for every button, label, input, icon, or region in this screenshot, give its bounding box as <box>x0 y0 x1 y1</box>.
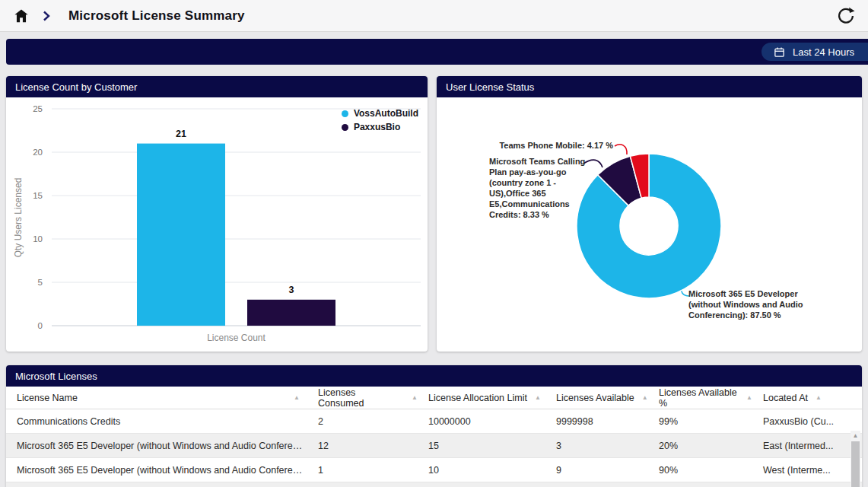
panel-title: License Count by Customer <box>15 81 137 93</box>
donut-label-teams-phone-mobile: Teams Phone Mobile: 4.17 % <box>499 140 613 151</box>
bar-PaxxusBio[interactable] <box>247 300 335 326</box>
panel-title-bar: User License Status <box>437 76 862 97</box>
legend-label: PaxxusBio <box>354 122 400 132</box>
sort-ascending-icon[interactable]: ▲ <box>535 395 541 401</box>
panel-title-bar: Microsoft Licenses <box>6 365 862 387</box>
table-cell: Microsoft 365 E5 Developer (without Wind… <box>6 441 307 451</box>
legend-dot-icon <box>342 110 348 117</box>
sort-ascending-icon[interactable]: ▲ <box>816 395 822 401</box>
y-tick-label: 5 <box>38 278 43 287</box>
column-header-label: Licenses Consumed <box>318 387 404 409</box>
bar-value-label: 21 <box>176 129 186 139</box>
column-header-license-allocation-limit[interactable]: License Allocation Limit▲ <box>418 393 545 403</box>
column-header-label: License Name <box>17 393 78 403</box>
chart-legend: VossAutoBuildPaxxusBio <box>342 108 418 132</box>
breadcrumb-chevron-icon <box>41 11 52 21</box>
sort-ascending-icon[interactable]: ▲ <box>642 395 648 401</box>
column-header-label: License Allocation Limit <box>428 393 527 403</box>
licenses-table: License Name▲Licenses Consumed▲License A… <box>6 387 862 487</box>
panel-user-license-status: User License Status Teams Phone Mobile: … <box>437 76 862 352</box>
table-cell: 1 <box>307 465 418 476</box>
connector-teams-phone-mobile <box>615 145 627 154</box>
y-axis-label: Qty Users Licensed <box>13 178 24 258</box>
table-cell: 10000000 <box>418 416 545 427</box>
sort-ascending-icon[interactable]: ▲ <box>746 395 752 401</box>
table-cell: West (Interme... <box>752 465 862 476</box>
home-icon[interactable] <box>12 7 30 25</box>
time-range-button[interactable]: Last 24 Hours <box>761 43 868 61</box>
time-range-label: Last 24 Hours <box>793 46 854 58</box>
table-row-partial[interactable] <box>6 482 862 487</box>
table-cell: 3 <box>545 441 648 451</box>
column-header-licenses-available[interactable]: Licenses Available▲ <box>545 393 648 403</box>
filter-ribbon: Last 24 Hours <box>6 39 868 65</box>
table-cell: 10 <box>418 465 545 476</box>
panel-license-count-by-customer: License Count by Customer 0510152025213L… <box>6 76 428 352</box>
table-cell: 20% <box>648 441 752 451</box>
bar-value-label: 3 <box>289 285 294 295</box>
donut-label-m365-e5: Microsoft 365 E5 Developer (without Wind… <box>688 288 804 320</box>
scrollbar-up-arrow-icon[interactable]: ▲ <box>851 432 860 439</box>
panel-title-bar: License Count by Customer <box>6 76 428 97</box>
calendar-icon <box>774 46 785 58</box>
donut-chart-area: Teams Phone Mobile: 4.17 % Microsoft Tea… <box>437 97 862 352</box>
column-header-license-name[interactable]: License Name▲ <box>6 393 307 403</box>
table-cell: 99% <box>648 416 752 427</box>
table-cell: 12 <box>307 441 418 451</box>
table-scrollbar[interactable]: ▲ <box>851 431 860 487</box>
scrollbar-thumb[interactable] <box>851 441 860 487</box>
column-header-licenses-available-[interactable]: Licenses Available %▲ <box>648 387 752 409</box>
legend-label: VossAutoBuild <box>354 108 418 119</box>
column-header-licenses-consumed[interactable]: Licenses Consumed▲ <box>307 387 418 409</box>
table-cell: 15 <box>418 441 545 451</box>
panel-title: Microsoft Licenses <box>15 371 97 382</box>
table-row[interactable]: Communications Credits210000000999999899… <box>6 409 862 434</box>
table-row[interactable]: Microsoft 365 E5 Developer (without Wind… <box>6 434 862 458</box>
legend-dot-icon <box>342 124 348 131</box>
table-cell: 2 <box>307 416 418 427</box>
y-tick-label: 10 <box>33 234 43 244</box>
legend-item-VossAutoBuild[interactable]: VossAutoBuild <box>342 108 418 119</box>
table-cell: East (Intermed... <box>752 441 862 451</box>
sort-ascending-icon[interactable]: ▲ <box>294 395 300 401</box>
page-title: Microsoft License Summary <box>68 8 245 24</box>
bar-VossAutoBuild[interactable] <box>137 144 225 326</box>
column-header-label: Licenses Available % <box>659 387 739 409</box>
table-rows: Communications Credits210000000999999899… <box>6 409 862 487</box>
table-column-headers: License Name▲Licenses Consumed▲License A… <box>6 387 862 409</box>
table-cell: Microsoft 365 E5 Developer (without Wind… <box>6 465 307 476</box>
bar-chart: 0510152025213License CountQty Users Lice… <box>6 97 428 352</box>
y-tick-label: 0 <box>38 321 43 330</box>
top-bar: Microsoft License Summary <box>0 0 868 32</box>
table-cell: 9 <box>545 465 648 476</box>
panel-title: User License Status <box>446 81 534 93</box>
table-cell: 9999998 <box>545 416 648 427</box>
column-header-label: Licenses Available <box>556 393 634 403</box>
x-axis-label: License Count <box>207 333 265 343</box>
column-header-label: Located At <box>763 393 808 403</box>
table-cell: 90% <box>648 465 752 476</box>
table-cell: Communications Credits <box>6 416 307 427</box>
legend-item-PaxxusBio[interactable]: PaxxusBio <box>342 122 418 132</box>
y-tick-label: 15 <box>33 191 43 200</box>
sort-ascending-icon[interactable]: ▲ <box>412 395 418 401</box>
y-tick-label: 25 <box>33 104 43 113</box>
column-header-located-at[interactable]: Located At▲ <box>752 393 862 403</box>
bar-chart-area: 0510152025213License CountQty Users Lice… <box>6 97 428 352</box>
table-cell: PaxxusBio (Cu... <box>752 416 862 427</box>
donut-label-calling-plan: Microsoft Teams Calling Plan pay-as-you-… <box>489 156 596 220</box>
table-row[interactable]: Microsoft 365 E5 Developer (without Wind… <box>6 458 862 482</box>
refresh-icon[interactable] <box>836 6 856 26</box>
y-tick-label: 20 <box>33 148 43 157</box>
panel-microsoft-licenses: Microsoft Licenses License Name▲Licenses… <box>6 365 862 487</box>
